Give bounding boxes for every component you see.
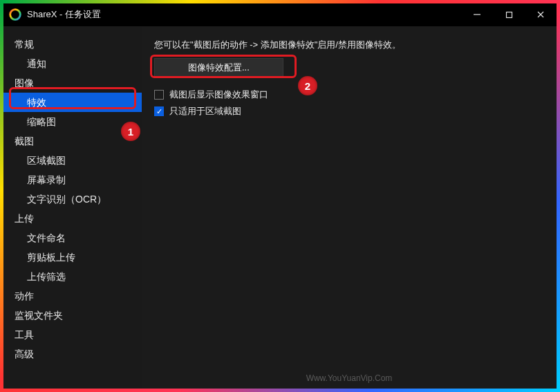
sidebar-item-label: 剪贴板上传 bbox=[27, 252, 75, 263]
sidebar-item-label: 常规 bbox=[15, 39, 34, 50]
checkbox-show-effects-window[interactable]: 截图后显示图像效果窗口 bbox=[154, 88, 544, 101]
sidebar-item-label: 截图 bbox=[15, 136, 34, 147]
maximize-button[interactable] bbox=[493, 3, 525, 26]
window-frame: ShareX - 任务设置 常规 通知 图像 特效 缩略图 截图 区域截图 屏幕… bbox=[0, 0, 560, 392]
sidebar: 常规 通知 图像 特效 缩略图 截图 区域截图 屏幕录制 文字识别（OCR） 上… bbox=[3, 26, 142, 389]
sidebar-item-notification[interactable]: 通知 bbox=[3, 54, 142, 73]
watermark-text: Www.YouYuanVip.Com bbox=[142, 373, 557, 383]
sidebar-item-ocr[interactable]: 文字识别（OCR） bbox=[3, 189, 142, 209]
sidebar-item-clipboard-upload[interactable]: 剪贴板上传 bbox=[3, 248, 142, 267]
sidebar-item-label: 通知 bbox=[27, 58, 46, 69]
button-label: 图像特效配置... bbox=[188, 62, 250, 73]
checkbox-icon bbox=[154, 106, 164, 116]
checkbox-region-only[interactable]: 只适用于区域截图 bbox=[154, 105, 544, 118]
sidebar-item-actions[interactable]: 动作 bbox=[3, 286, 142, 306]
sidebar-item-label: 上传筛选 bbox=[27, 271, 66, 282]
sidebar-item-label: 图像 bbox=[15, 77, 34, 88]
sidebar-item-screen-record[interactable]: 屏幕录制 bbox=[3, 170, 142, 189]
sidebar-item-label: 监视文件夹 bbox=[15, 310, 63, 321]
sidebar-item-thumbnail[interactable]: 缩略图 bbox=[3, 112, 142, 131]
instruction-text: 您可以在"截图后的动作 -> 添加图像特效"启用/禁用图像特效。 bbox=[154, 39, 544, 51]
sidebar-item-label: 特效 bbox=[27, 97, 46, 108]
sidebar-item-label: 文字识别（OCR） bbox=[27, 194, 106, 205]
sidebar-item-advanced[interactable]: 高级 bbox=[3, 344, 142, 364]
sidebar-item-label: 工具 bbox=[15, 329, 34, 340]
svg-rect-2 bbox=[506, 12, 512, 17]
sidebar-item-label: 上传 bbox=[15, 213, 34, 224]
sidebar-item-label: 区域截图 bbox=[27, 155, 66, 166]
minimize-button[interactable] bbox=[461, 3, 493, 26]
sidebar-item-label: 屏幕录制 bbox=[27, 174, 66, 185]
sidebar-item-watch-folder[interactable]: 监视文件夹 bbox=[3, 306, 142, 325]
svg-point-0 bbox=[10, 10, 21, 20]
sidebar-item-general[interactable]: 常规 bbox=[3, 35, 142, 54]
checkbox-label: 只适用于区域截图 bbox=[169, 105, 241, 118]
sidebar-item-upload[interactable]: 上传 bbox=[3, 209, 142, 228]
checkbox-label: 截图后显示图像效果窗口 bbox=[169, 88, 268, 101]
sidebar-item-region-capture[interactable]: 区域截图 bbox=[3, 151, 142, 170]
sharex-icon bbox=[9, 8, 21, 21]
sidebar-item-tools[interactable]: 工具 bbox=[3, 325, 142, 344]
checkbox-icon bbox=[154, 90, 164, 100]
content-pane: 您可以在"截图后的动作 -> 添加图像特效"启用/禁用图像特效。 图像特效配置.… bbox=[142, 26, 557, 389]
sidebar-item-file-naming[interactable]: 文件命名 bbox=[3, 228, 142, 248]
sidebar-item-label: 高级 bbox=[15, 348, 34, 360]
sidebar-item-label: 动作 bbox=[15, 290, 34, 301]
titlebar: ShareX - 任务设置 bbox=[3, 3, 557, 26]
sidebar-item-upload-filter[interactable]: 上传筛选 bbox=[3, 267, 142, 286]
close-button[interactable] bbox=[525, 3, 557, 26]
window-title: ShareX - 任务设置 bbox=[27, 8, 101, 21]
sidebar-item-label: 缩略图 bbox=[27, 116, 56, 127]
image-effects-config-button[interactable]: 图像特效配置... bbox=[154, 58, 283, 77]
body: 常规 通知 图像 特效 缩略图 截图 区域截图 屏幕录制 文字识别（OCR） 上… bbox=[3, 26, 557, 389]
sidebar-item-capture[interactable]: 截图 bbox=[3, 131, 142, 151]
sidebar-item-label: 文件命名 bbox=[27, 232, 66, 243]
sidebar-item-effects[interactable]: 特效 bbox=[3, 93, 142, 112]
sidebar-item-image[interactable]: 图像 bbox=[3, 73, 142, 93]
